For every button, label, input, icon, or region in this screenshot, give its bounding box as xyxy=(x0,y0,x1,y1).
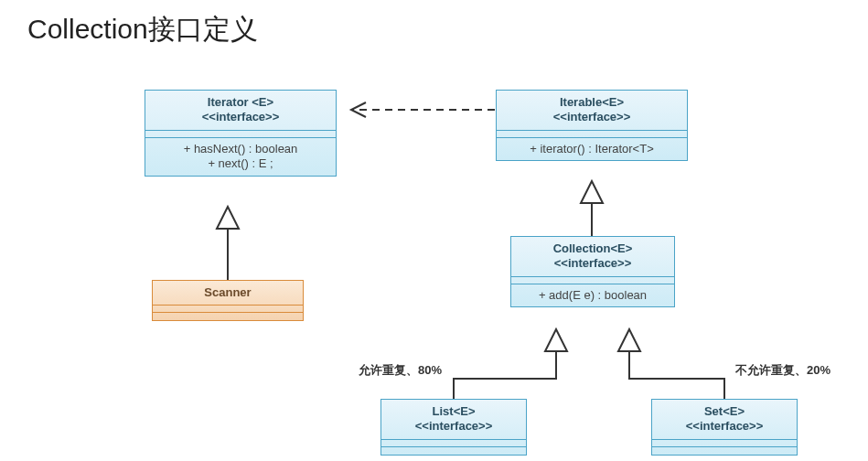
uml-set-header: Set<E> <<interface>> xyxy=(652,400,797,440)
uml-list-header: List<E> <<interface>> xyxy=(381,400,526,440)
uml-iterable-attrs xyxy=(497,131,687,138)
uml-list-name: List<E> xyxy=(433,404,476,418)
page-title: Collection接口定义 xyxy=(27,11,258,48)
uml-scanner-methods xyxy=(153,313,303,320)
uml-iterable-name: Iterable<E> xyxy=(560,95,624,109)
uml-list-methods xyxy=(381,447,526,455)
gen-collection-iterable-arrow xyxy=(581,181,603,203)
uml-collection-name: Collection<E> xyxy=(553,241,633,255)
dep-iterable-iterator-arrow xyxy=(351,102,366,117)
gen-list-collection-line xyxy=(454,351,556,399)
connectors xyxy=(0,0,868,461)
gen-set-collection-arrow xyxy=(618,329,640,351)
uml-scanner-attrs xyxy=(153,306,303,313)
uml-iterable-stereo: <<interface>> xyxy=(553,110,631,123)
uml-collection-stereo: <<interface>> xyxy=(554,256,632,270)
uml-collection-header: Collection<E> <<interface>> xyxy=(511,237,674,277)
uml-scanner: Scanner xyxy=(152,280,304,321)
uml-list-stereo: <<interface>> xyxy=(415,419,493,433)
uml-scanner-name: Scanner xyxy=(204,285,251,299)
uml-collection-attrs xyxy=(511,277,674,284)
uml-scanner-header: Scanner xyxy=(153,281,303,306)
uml-list-attrs xyxy=(381,440,526,447)
uml-set-name: Set<E> xyxy=(704,404,745,418)
uml-iterator-header: Iterator <E> <<interface>> xyxy=(145,91,336,131)
uml-set: Set<E> <<interface>> xyxy=(651,399,798,456)
gen-set-collection-line xyxy=(629,351,724,399)
label-allow-dup: 允许重复、80% xyxy=(359,362,442,379)
uml-iterator-methods: + hasNext() : boolean + next() : E ; xyxy=(145,138,336,177)
uml-iterable: Iterable<E> <<interface>> + iterator() :… xyxy=(496,90,688,161)
uml-collection: Collection<E> <<interface>> + add(E e) :… xyxy=(510,236,675,307)
uml-iterator-stereo: <<interface>> xyxy=(202,110,280,123)
uml-iterable-methods: + iterator() : Iterator<T> xyxy=(497,138,687,161)
uml-list: List<E> <<interface>> xyxy=(380,399,527,456)
gen-scanner-iterator-arrow xyxy=(217,207,239,229)
uml-collection-methods: + add(E e) : boolean xyxy=(511,284,674,307)
uml-iterator-attrs xyxy=(145,131,336,138)
label-no-dup: 不允许重复、20% xyxy=(735,362,830,379)
gen-list-collection-arrow xyxy=(545,329,567,351)
uml-set-stereo: <<interface>> xyxy=(686,419,764,433)
uml-iterator: Iterator <E> <<interface>> + hasNext() :… xyxy=(145,90,337,177)
uml-set-attrs xyxy=(652,440,797,447)
uml-iterator-name: Iterator <E> xyxy=(208,95,273,109)
uml-set-methods xyxy=(652,447,797,455)
uml-iterable-header: Iterable<E> <<interface>> xyxy=(497,91,687,131)
